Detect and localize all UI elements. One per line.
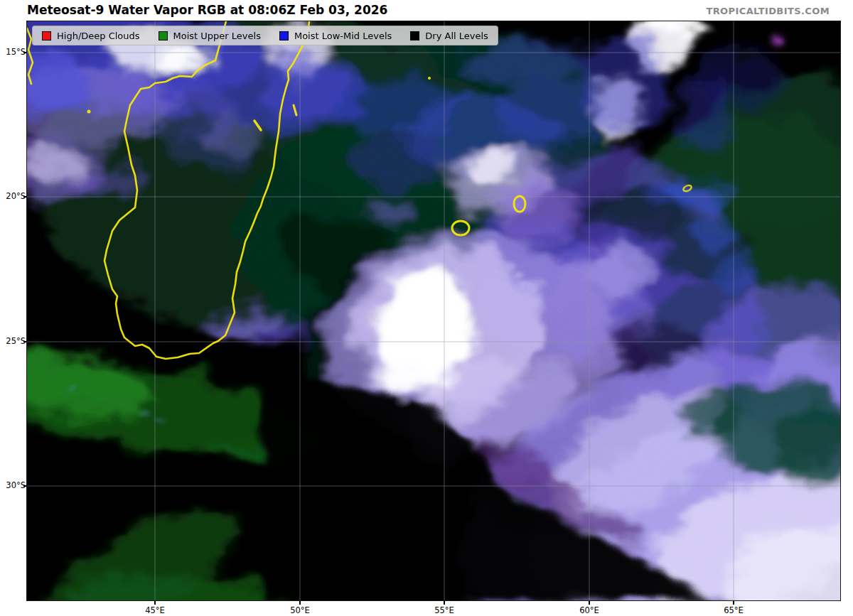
page: Meteosat-9 Water Vapor RGB at 08:06Z Feb… [0,0,853,616]
lon-tick [733,601,734,605]
legend-item-dry-all-levels: Dry All Levels [410,31,488,41]
satellite-map-image: High/Deep Clouds Moist Upper Levels Mois… [27,21,840,600]
page-title: Meteosat-9 Water Vapor RGB at 08:06Z Feb… [27,3,387,17]
site-watermark: TROPICALTIDBITS.COM [706,6,830,16]
legend-item-label: High/Deep Clouds [57,31,140,41]
red-swatch-icon [42,31,51,40]
lon-label-50e: 50°E [284,605,316,615]
legend-item-label: Moist Upper Levels [173,31,261,41]
legend-item-moist-upper-levels: Moist Upper Levels [159,31,261,41]
juan-de-nova-island-dot [87,110,91,114]
legend-item-label: Moist Low-Mid Levels [294,31,392,41]
film-grain-texture [27,21,840,600]
black-swatch-icon [410,31,419,40]
lon-tick [299,601,301,605]
legend-item-label: Dry All Levels [425,31,488,41]
water-vapor-rgb-art [27,21,840,600]
legend-bar: High/Deep Clouds Moist Upper Levels Mois… [32,26,498,45]
lat-label-20s: 20°S [3,191,26,202]
lat-label-30s: 30°S [3,480,26,491]
lon-tick [589,601,590,605]
lat-label-15s: 15°S [3,47,26,58]
lon-label-65e: 65°E [718,605,749,615]
lon-label-55e: 55°E [429,605,460,615]
legend-item-high-deep-clouds: High/Deep Clouds [42,31,140,41]
lon-label-60e: 60°E [574,605,605,615]
lon-tick [444,601,445,605]
green-swatch-icon [159,31,168,40]
legend-item-moist-low-mid-levels: Moist Low-Mid Levels [279,31,392,41]
lon-label-45e: 45°E [139,605,171,615]
tromelin-island-dot [428,77,431,80]
lon-tick [154,601,156,605]
lat-label-25s: 25°S [3,336,26,347]
blue-swatch-icon [279,31,289,40]
